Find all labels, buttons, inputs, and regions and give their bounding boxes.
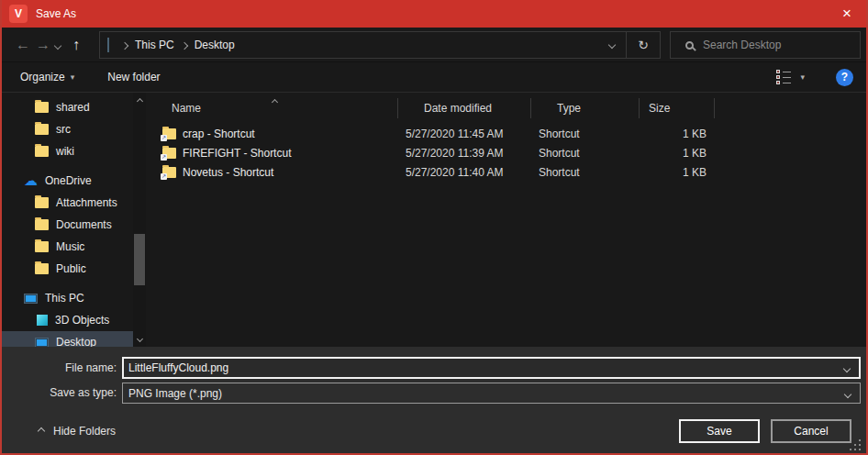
column-header-name[interactable]: Name — [146, 98, 398, 118]
date-modified-cell: 5/27/2020 11:40 AM — [398, 166, 531, 179]
help-icon[interactable]: ? — [836, 69, 853, 86]
date-modified-cell: 5/27/2020 11:45 AM — [398, 128, 531, 140]
column-header-type[interactable]: Type — [531, 98, 640, 118]
scroll-up-icon[interactable] — [133, 94, 146, 107]
desktop-monitor-icon — [35, 338, 49, 348]
column-header-size[interactable]: Size — [640, 98, 715, 118]
file-list: Name Date modified Type Size ↗crap - Sho… — [146, 93, 866, 347]
shortcut-overlay-icon: ↗ — [161, 154, 167, 161]
scroll-down-icon[interactable] — [133, 332, 146, 345]
folder-icon — [35, 263, 49, 274]
column-header-empty — [715, 98, 866, 118]
sidebar-item-label: Documents — [56, 218, 112, 231]
column-header-date-modified[interactable]: Date modified — [398, 98, 531, 118]
footer-bar: Hide Folders Save Cancel — [2, 413, 866, 453]
sidebar-item-label: Music — [56, 240, 84, 253]
file-fields-panel: File name: Save as type: PNG Image (*.pn… — [2, 347, 866, 413]
size-cell: 1 KB — [640, 128, 715, 140]
this-pc-icon — [24, 294, 38, 304]
file-name-text: Novetus - Shortcut — [183, 166, 273, 179]
recent-locations-chevron-icon[interactable] — [55, 39, 61, 51]
sidebar-item-3d-objects[interactable]: 3D Objects — [2, 309, 146, 331]
breadcrumb-separator — [182, 39, 187, 51]
save-as-type-dropdown[interactable]: PNG Image (*.png) — [122, 383, 861, 404]
shortcut-overlay-icon: ↗ — [161, 173, 167, 180]
new-folder-button[interactable]: New folder — [107, 71, 160, 83]
sidebar-item-documents[interactable]: Documents — [2, 214, 146, 236]
folder-icon — [35, 124, 49, 135]
sidebar-item-desktop[interactable]: Desktop — [2, 331, 146, 347]
forward-icon[interactable]: → — [33, 37, 53, 53]
folder-shortcut-icon: ↗ — [162, 148, 176, 159]
sidebar-item-music[interactable]: Music — [2, 236, 146, 258]
file-row[interactable]: ↗FIREFIGHT - Shortcut5/27/2020 11:39 AMS… — [146, 143, 866, 162]
organize-button[interactable]: Organize ▾ — [20, 71, 74, 83]
folder-icon — [35, 146, 49, 157]
sidebar-item-public[interactable]: Public — [2, 258, 146, 280]
save-button[interactable]: Save — [679, 419, 760, 443]
size-cell: 1 KB — [640, 166, 715, 179]
sidebar-item-label: OneDrive — [45, 174, 92, 187]
file-row[interactable]: ↗crap - Shortcut5/27/2020 11:45 AMShortc… — [146, 124, 866, 143]
organize-dropdown-icon: ▾ — [71, 72, 75, 82]
breadcrumb-desktop[interactable]: Desktop — [195, 39, 235, 51]
type-cell: Shortcut — [531, 147, 640, 160]
sidebar-item-label: Attachments — [56, 196, 117, 209]
file-name-cell: ↗FIREFIGHT - Shortcut — [146, 147, 398, 160]
file-name-label: File name: — [2, 361, 117, 374]
search-input[interactable] — [703, 39, 860, 51]
main-area: sharedsrcwiki☁OneDriveAttachmentsDocumen… — [2, 93, 866, 347]
file-name-combobox — [122, 357, 861, 379]
3d-objects-cube-icon — [37, 315, 48, 326]
sidebar-scrollbar[interactable] — [133, 93, 146, 347]
onedrive-cloud-icon: ☁ — [24, 175, 38, 186]
breadcrumb[interactable]: This PC Desktop ↻ — [99, 31, 661, 59]
cancel-button[interactable]: Cancel — [771, 419, 851, 443]
views-dropdown-icon[interactable]: ▾ — [800, 72, 805, 82]
sidebar-item-label: Public — [56, 262, 86, 275]
this-pc-icon — [107, 39, 109, 51]
chevron-up-icon — [38, 427, 45, 435]
sort-ascending-icon — [273, 94, 277, 107]
folder-shortcut-icon: ↗ — [162, 128, 176, 139]
command-toolbar: Organize ▾ New folder ▾ ? — [2, 62, 866, 93]
back-icon[interactable]: ← — [13, 37, 33, 53]
scrollbar-thumb[interactable] — [134, 234, 145, 285]
address-dropdown-chevron-icon[interactable] — [598, 32, 626, 58]
breadcrumb-separator — [122, 39, 128, 51]
close-button[interactable]: × — [826, 0, 868, 28]
new-folder-label: New folder — [107, 71, 160, 83]
shortcut-overlay-icon: ↗ — [161, 135, 167, 141]
navigation-pane: sharedsrcwiki☁OneDriveAttachmentsDocumen… — [2, 93, 146, 347]
sidebar-item-shared[interactable]: shared — [2, 96, 146, 118]
toolbar-right: ▾ ? — [776, 69, 853, 86]
resize-grip[interactable] — [859, 449, 861, 450]
sidebar-item-wiki[interactable]: wiki — [2, 140, 146, 162]
type-cell: Shortcut — [531, 166, 640, 179]
file-row[interactable]: ↗Novetus - Shortcut5/27/2020 11:40 AMSho… — [146, 162, 866, 182]
sidebar-item-onedrive[interactable]: ☁OneDrive — [2, 170, 146, 192]
sidebar-item-label: 3D Objects — [55, 314, 109, 327]
nav-buttons: ← → ↑ — [13, 28, 86, 62]
navigation-bar: ← → ↑ This PC Desktop ↻ — [2, 28, 866, 62]
sidebar-item-attachments[interactable]: Attachments — [2, 192, 146, 214]
file-name-text: crap - Shortcut — [183, 128, 255, 140]
title-bar: V Save As × — [0, 0, 868, 28]
breadcrumb-this-pc[interactable]: This PC — [135, 39, 174, 51]
file-name-input[interactable] — [124, 361, 844, 374]
file-rows: ↗crap - Shortcut5/27/2020 11:45 AMShortc… — [146, 124, 866, 182]
sidebar-item-this-pc[interactable]: This PC — [2, 287, 146, 309]
sidebar-item-label: This PC — [45, 292, 84, 305]
details-view-icon[interactable] — [776, 70, 791, 84]
sidebar-item-label: src — [56, 123, 71, 136]
up-icon[interactable]: ↑ — [66, 37, 86, 53]
sidebar-item-src[interactable]: src — [2, 118, 146, 140]
search-box — [670, 31, 861, 59]
hide-folders-button[interactable]: Hide Folders — [39, 425, 116, 438]
file-name-cell: ↗crap - Shortcut — [146, 128, 398, 140]
file-name-dropdown-chevron-icon[interactable] — [844, 361, 850, 374]
save-as-type-value: PNG Image (*.png) — [123, 387, 845, 400]
refresh-icon[interactable]: ↻ — [627, 32, 660, 58]
folder-icon — [35, 219, 49, 230]
size-cell: 1 KB — [640, 147, 715, 160]
